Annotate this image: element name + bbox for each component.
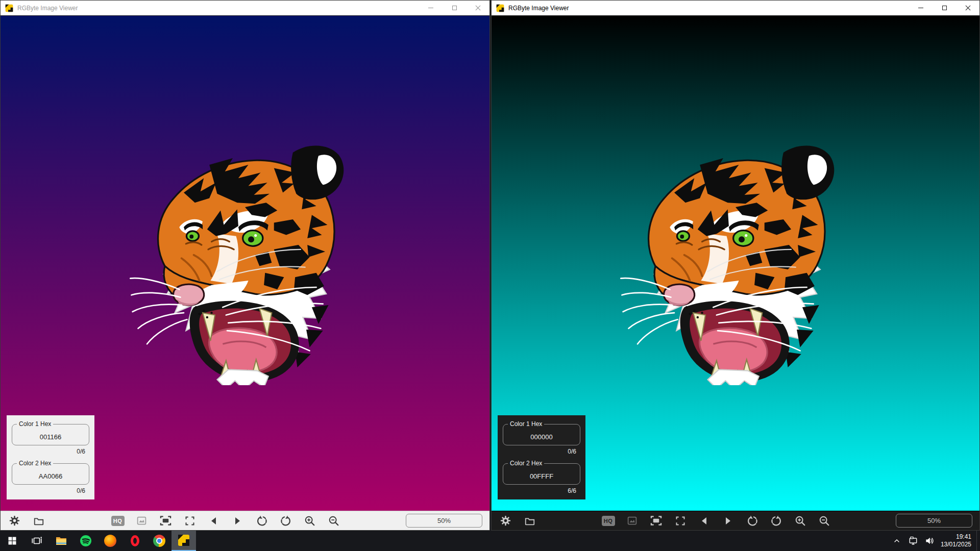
image-canvas[interactable]: Color 1 Hex 0/6 Color 2 Hex 0/6 — [1, 16, 489, 511]
minimize-button[interactable] — [909, 1, 933, 15]
app-icon — [496, 4, 504, 12]
maximize-button[interactable] — [443, 1, 466, 15]
color2-char-counter: 6/6 — [503, 485, 580, 498]
next-image-button[interactable] — [231, 514, 244, 528]
minimize-icon — [918, 8, 923, 8]
hq-icon: HQ — [602, 516, 615, 526]
settings-button[interactable] — [499, 514, 512, 528]
fit-to-window-button[interactable] — [650, 514, 663, 528]
title-bar[interactable]: RGByte Image Viewer — [1, 1, 489, 16]
minimize-icon — [428, 8, 433, 8]
gear-icon — [500, 515, 511, 526]
rotate-ccw-button[interactable] — [746, 514, 759, 528]
maximize-button[interactable] — [933, 1, 956, 15]
tiger-image — [618, 140, 853, 385]
zoom-out-icon — [328, 515, 339, 527]
volume-icon — [924, 536, 935, 546]
zoom-level-input[interactable] — [406, 514, 482, 528]
image-icon — [136, 515, 147, 526]
color2-hex-label: Color 2 Hex — [508, 460, 544, 467]
hq-toggle-button[interactable]: HQ — [602, 514, 615, 528]
viewer-toolbar: HQ — [1, 511, 489, 530]
zoom-in-button[interactable] — [303, 514, 316, 528]
rgbyte-app-icon — [178, 534, 190, 546]
fullscreen-button[interactable] — [674, 514, 687, 528]
open-file-button[interactable] — [32, 514, 45, 528]
zoom-out-button[interactable] — [327, 514, 340, 528]
image-info-button[interactable] — [626, 514, 639, 528]
rotate-cw-icon — [280, 515, 291, 527]
color2-hex-group: Color 2 Hex — [503, 463, 580, 485]
rotate-ccw-icon — [256, 515, 267, 527]
clock-time: 19:41 — [941, 533, 971, 541]
zoom-out-button[interactable] — [818, 514, 831, 528]
taskbar-item-opera[interactable] — [122, 531, 147, 551]
previous-image-button[interactable] — [698, 514, 711, 528]
next-icon — [235, 517, 240, 524]
volume-button[interactable] — [921, 536, 938, 546]
color2-hex-group: Color 2 Hex — [12, 463, 89, 485]
taskbar-item-chrome[interactable] — [147, 531, 172, 551]
folder-icon — [524, 515, 535, 527]
rotate-cw-button[interactable] — [279, 514, 292, 528]
spotify-icon — [80, 535, 92, 547]
viewer-window-light: RGByte Image Viewer Color 1 Hex 0/6 Colo… — [0, 0, 490, 531]
color1-char-counter: 0/6 — [503, 445, 580, 459]
zoom-level-input[interactable] — [896, 514, 972, 528]
open-file-button[interactable] — [523, 514, 536, 528]
hq-toggle-button[interactable]: HQ — [111, 514, 125, 528]
network-button[interactable] — [905, 536, 921, 546]
chevron-up-icon — [893, 537, 901, 545]
taskbar-clock[interactable]: 19:41 13/01/2025 — [938, 533, 976, 548]
maximize-icon — [942, 6, 947, 10]
color1-hex-input[interactable] — [12, 424, 89, 445]
color-hex-panel: Color 1 Hex 0/6 Color 2 Hex 0/6 — [7, 415, 94, 499]
rotate-cw-icon — [771, 515, 782, 527]
show-desktop-button[interactable] — [977, 531, 980, 551]
previous-icon — [702, 517, 706, 524]
close-button[interactable] — [956, 1, 979, 15]
system-tray: 19:41 13/01/2025 — [889, 531, 980, 551]
file-explorer-icon — [55, 535, 67, 547]
taskbar-item-firefox[interactable] — [98, 531, 122, 551]
firefox-icon — [104, 535, 116, 547]
rotate-cw-button[interactable] — [770, 514, 783, 528]
zoom-out-icon — [819, 515, 830, 527]
close-icon — [475, 6, 480, 11]
task-view-button[interactable] — [24, 531, 49, 551]
previous-icon — [211, 517, 216, 524]
color2-hex-input[interactable] — [12, 464, 89, 484]
color1-hex-input[interactable] — [503, 424, 580, 445]
rotate-ccw-button[interactable] — [255, 514, 268, 528]
fit-to-window-button[interactable] — [159, 514, 173, 528]
folder-icon — [33, 515, 44, 527]
color2-hex-input[interactable] — [503, 464, 580, 484]
next-image-button[interactable] — [722, 514, 735, 528]
color1-hex-label: Color 1 Hex — [17, 420, 53, 428]
viewer-toolbar: HQ — [492, 511, 979, 530]
fullscreen-icon — [675, 516, 685, 526]
maximize-icon — [452, 6, 457, 10]
task-view-icon — [31, 535, 42, 546]
close-button[interactable] — [466, 1, 489, 15]
window-title: RGByte Image Viewer — [17, 5, 78, 12]
settings-button[interactable] — [8, 514, 21, 528]
image-canvas[interactable]: Color 1 Hex 0/6 Color 2 Hex 6/6 — [492, 16, 979, 511]
start-button[interactable] — [0, 531, 24, 551]
taskbar-item-rgbyte-image-viewer[interactable] — [172, 531, 196, 551]
hidden-icons-button[interactable] — [889, 537, 905, 545]
zoom-in-icon — [795, 515, 806, 527]
close-icon — [965, 6, 970, 11]
image-info-button[interactable] — [135, 514, 149, 528]
zoom-in-button[interactable] — [794, 514, 807, 528]
color2-char-counter: 0/6 — [12, 485, 89, 498]
fullscreen-button[interactable] — [183, 514, 197, 528]
minimize-button[interactable] — [419, 1, 443, 15]
color1-hex-group: Color 1 Hex — [503, 424, 580, 445]
taskbar-item-file-explorer[interactable] — [49, 531, 74, 551]
opera-icon — [131, 535, 139, 546]
previous-image-button[interactable] — [207, 514, 220, 528]
color1-char-counter: 0/6 — [12, 445, 89, 459]
taskbar-item-spotify[interactable] — [74, 531, 98, 551]
title-bar[interactable]: RGByte Image Viewer — [492, 1, 979, 16]
